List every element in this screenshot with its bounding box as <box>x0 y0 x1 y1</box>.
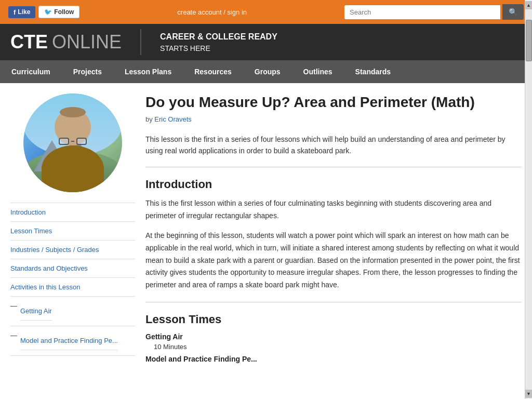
page-description: This lesson is the first in a series of … <box>145 134 522 157</box>
tagline-line1: CAREER & COLLEGE READY <box>160 31 277 43</box>
nav-item-lesson-plans[interactable]: Lesson Plans <box>113 60 183 83</box>
nav-item-resources[interactable]: Resources <box>183 60 243 83</box>
logo-divider <box>140 29 141 55</box>
section-title-lesson-times: Lesson Times <box>145 313 522 326</box>
site-header: CTE ONLINE CAREER & COLLEGE READY STARTS… <box>0 24 532 60</box>
intro-para-2: At the beginning of this lesson, student… <box>145 230 522 291</box>
site-tagline: CAREER & COLLEGE READY STARTS HERE <box>160 31 277 54</box>
main-nav: Curriculum Projects Lesson Plans Resourc… <box>0 60 532 83</box>
twitter-follow-button[interactable]: 🐦 Follow <box>38 6 79 18</box>
sidebar-sub-link-2[interactable]: Model and Practice Finding Pe... <box>20 331 118 350</box>
content-area: Introduction Lesson Times Industries / S… <box>0 83 532 376</box>
search-area: 🔍 <box>344 4 524 20</box>
account-links: create account / sign in <box>177 8 247 16</box>
sidebar-nav: Introduction Lesson Times Industries / S… <box>10 203 135 356</box>
lesson-item-2-title: Model and Practice Finding Pe... <box>145 355 522 363</box>
sidebar-item-lesson-times[interactable]: Lesson Times <box>10 222 135 241</box>
top-bar: f Like 🐦 Follow create account / sign in… <box>0 0 532 24</box>
tagline-line2: STARTS HERE <box>160 43 277 54</box>
sidebar-item-activities[interactable]: Activities in this Lesson <box>10 278 135 297</box>
search-input[interactable] <box>344 5 500 19</box>
lesson-item-1-time: 10 Minutes <box>154 343 522 351</box>
nav-item-outlines[interactable]: Outlines <box>292 60 344 83</box>
person-head <box>55 109 91 145</box>
author-line: by Eric Oravets <box>145 115 522 123</box>
facebook-like-button[interactable]: f Like <box>8 6 35 18</box>
logo-online: ONLINE <box>52 31 122 53</box>
site-logo: CTE ONLINE <box>10 31 122 53</box>
author-prefix: by <box>145 115 153 123</box>
main-content: Do you Measure Up? Area and Perimeter (M… <box>145 94 522 365</box>
author-link[interactable]: Eric Oravets <box>154 115 192 123</box>
social-buttons: f Like 🐦 Follow <box>8 6 79 18</box>
person-body <box>42 145 104 192</box>
scroll-track[interactable] <box>525 9 533 376</box>
tw-label: Follow <box>54 8 74 16</box>
author-photo <box>23 94 122 192</box>
sidebar: Introduction Lesson Times Industries / S… <box>10 94 135 365</box>
sidebar-sub-item-2: — Model and Practice Finding Pe... <box>10 326 135 356</box>
fb-label: Like <box>18 8 30 16</box>
scrollbar[interactable]: ▲ ▼ <box>525 0 532 376</box>
search-button[interactable]: 🔍 <box>502 4 524 20</box>
sidebar-item-standards[interactable]: Standards and Objectives <box>10 259 135 278</box>
divider-2 <box>145 302 522 302</box>
page-title: Do you Measure Up? Area and Perimeter (M… <box>145 94 522 111</box>
logo-cte: CTE <box>10 31 48 53</box>
scroll-up-arrow[interactable]: ▲ <box>525 1 533 9</box>
divider-1 <box>145 167 522 167</box>
lesson-item-1-title: Getting Air <box>145 332 522 341</box>
section-title-introduction: Introduction <box>145 178 522 191</box>
scroll-thumb[interactable] <box>526 20 532 61</box>
create-account-link[interactable]: create account / sign in <box>177 8 247 16</box>
sidebar-sub-item-1: — Getting Air <box>10 297 135 326</box>
glasses <box>59 138 87 145</box>
list-dash-1: — <box>10 302 17 310</box>
intro-para-1: This is the first lesson within a series… <box>145 197 522 222</box>
twitter-icon: 🐦 <box>44 8 52 16</box>
nav-item-standards[interactable]: Standards <box>344 60 402 83</box>
nav-item-projects[interactable]: Projects <box>62 60 113 83</box>
sidebar-item-introduction[interactable]: Introduction <box>10 203 135 222</box>
sidebar-sub-link-1[interactable]: Getting Air <box>20 302 52 321</box>
nav-item-curriculum[interactable]: Curriculum <box>0 60 62 83</box>
facebook-icon: f <box>14 8 16 16</box>
nav-item-groups[interactable]: Groups <box>243 60 292 83</box>
sidebar-item-industries[interactable]: Industries / Subjects / Grades <box>10 241 135 259</box>
list-dash-2: — <box>10 331 17 339</box>
